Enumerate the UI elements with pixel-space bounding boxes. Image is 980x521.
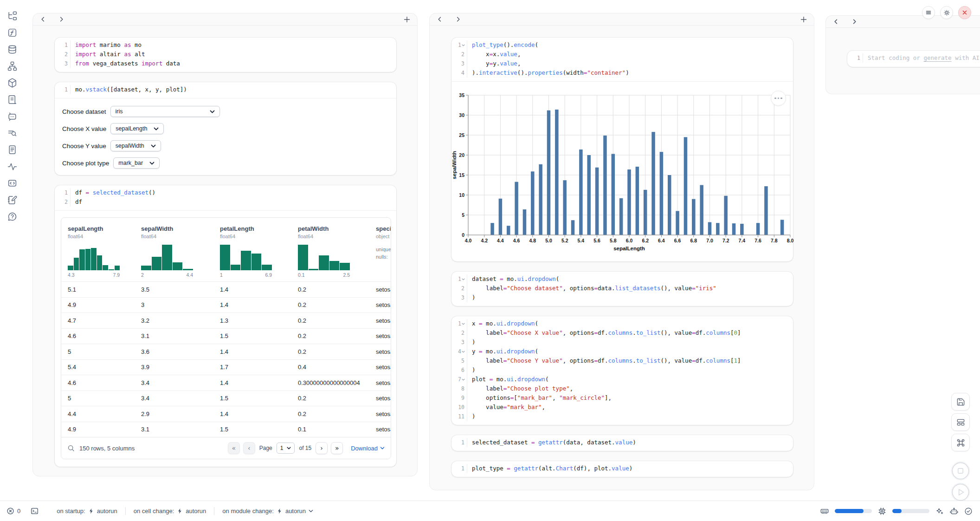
plot-type-cell: 1plot_type = getattr(alt.Chart(df), plot… — [451, 461, 793, 477]
code-editor[interactable]: 1mo.vstack([dataset, x, y, plot]) — [55, 82, 396, 98]
column-header-petalLength[interactable]: petalLengthfloat6416.9 — [213, 218, 291, 281]
choose-dataset-select[interactable]: iris — [110, 106, 220, 117]
download-button[interactable]: Download — [351, 445, 385, 452]
code-editor[interactable]: 1plot_type = getattr(alt.Chart(df), plot… — [451, 461, 793, 477]
first-page-button[interactable]: « — [228, 442, 240, 454]
last-page-button[interactable]: » — [331, 442, 343, 454]
table-cell: 1.4 — [213, 375, 291, 391]
page-select[interactable]: 1 — [277, 443, 295, 454]
code-editor[interactable]: 123import marimo as moimport altair as a… — [55, 38, 396, 72]
generate-link[interactable]: generate — [923, 54, 951, 61]
table-cell: 4.6 — [61, 328, 135, 344]
notebook-icon[interactable] — [7, 195, 17, 205]
choose-x-value-select[interactable]: sepalLength — [110, 123, 164, 134]
svg-text:4.4: 4.4 — [497, 238, 504, 243]
svg-text:7.0: 7.0 — [706, 238, 713, 243]
empty-code-cell[interactable]: 1 Start coding or generate with AI — [847, 51, 980, 67]
notebook-column-2: 1234plot_type().encode( x=x.value, y=y.v… — [429, 13, 814, 490]
table-cell: 0.30000000000000004 — [291, 375, 369, 391]
file-explorer-icon[interactable] — [7, 11, 17, 21]
run-button[interactable] — [951, 483, 970, 501]
ai-sparkles-icon[interactable] — [935, 507, 944, 515]
tracing-icon[interactable] — [7, 162, 17, 171]
runtime-config-0[interactable]: on startup:autorun — [49, 507, 125, 515]
table-cell: setosa — [369, 313, 391, 328]
table-cell: 0.2 — [291, 344, 369, 359]
connection-status-icon[interactable] — [964, 507, 973, 515]
column-histogram — [68, 243, 120, 270]
column-header-petalWidth[interactable]: petalWidthfloat640.12.5 — [291, 218, 369, 281]
code-editor[interactable]: 1234567891011x = mo.ui.dropdown( label="… — [451, 316, 793, 425]
table-cell: 3.5 — [135, 281, 213, 297]
column-header-sepalLength[interactable]: sepalLengthfloat644.37.9 — [61, 218, 135, 281]
add-cell-button[interactable] — [800, 16, 807, 23]
column-histogram — [298, 243, 350, 270]
table-cell: 3.2 — [135, 313, 213, 328]
code-editor[interactable]: 1selected_dataset = getattr(data, datase… — [451, 435, 793, 451]
documentation-icon[interactable] — [7, 145, 17, 155]
layout-button[interactable] — [951, 413, 970, 431]
collapse-left-icon[interactable] — [40, 16, 46, 22]
xy-plot-dropdowns-cell: 1234567891011x = mo.ui.dropdown( label="… — [451, 316, 793, 425]
ai-chat-icon[interactable] — [7, 111, 17, 121]
snippets-icon[interactable] — [7, 178, 17, 188]
svg-text:4.6: 4.6 — [513, 238, 520, 243]
stop-button[interactable] — [951, 462, 970, 480]
code-editor[interactable]: 12df = selected_dataset()df — [55, 185, 396, 210]
menu-button[interactable] — [922, 6, 935, 19]
code-editor[interactable]: 1234plot_type().encode( x=x.value, y=y.v… — [451, 38, 793, 81]
svg-text:6.6: 6.6 — [674, 238, 681, 243]
svg-text:5.2: 5.2 — [561, 238, 568, 243]
memory-icon — [820, 507, 829, 515]
terminal-button[interactable] — [31, 507, 39, 515]
choose-y-value-select[interactable]: sepalWidth — [110, 140, 161, 151]
next-page-button[interactable]: › — [316, 442, 328, 454]
bar-chart[interactable]: 4.04.24.44.64.85.05.25.45.65.86.06.26.46… — [451, 82, 794, 261]
save-button[interactable] — [951, 393, 970, 410]
altair-chart-output: 4.04.24.44.64.85.05.25.45.65.86.06.26.46… — [451, 82, 793, 261]
collapse-left-icon[interactable] — [833, 19, 839, 25]
column-header-species[interactable]: speciesobjectuniquenulls: — [369, 218, 391, 281]
collapse-right-icon[interactable] — [455, 16, 461, 22]
choose-plot-type-select[interactable]: mark_bar — [113, 157, 160, 169]
table-cell: 5.4 — [61, 359, 135, 375]
svg-text:6.0: 6.0 — [626, 238, 633, 243]
svg-text:5.0: 5.0 — [545, 238, 552, 243]
collapse-left-icon[interactable] — [437, 16, 443, 22]
prev-page-button[interactable]: ‹ — [243, 442, 255, 454]
table-cell: 1.4 — [213, 406, 291, 422]
svg-text:25: 25 — [459, 132, 464, 138]
column-header-sepalWidth[interactable]: sepalWidthfloat6424.4 — [135, 218, 213, 281]
search-icon[interactable] — [67, 444, 75, 452]
runtime-config-1[interactable]: on cell change:autorun — [126, 507, 214, 515]
copilot-bot-icon[interactable] — [950, 507, 958, 515]
memory-usage-meter — [835, 509, 872, 513]
svg-text:7.6: 7.6 — [754, 238, 761, 243]
table-cell: 4.4 — [61, 406, 135, 422]
collapse-right-icon[interactable] — [851, 19, 858, 25]
functions-icon[interactable] — [7, 28, 17, 38]
close-button[interactable] — [958, 6, 971, 19]
scratchpad-icon[interactable] — [7, 128, 17, 138]
svg-text:20: 20 — [459, 152, 464, 158]
datasources-icon[interactable] — [7, 45, 17, 54]
collapse-right-icon[interactable] — [58, 16, 64, 22]
plot-cell: 1234plot_type().encode( x=x.value, y=y.v… — [451, 38, 793, 261]
svg-text:15: 15 — [459, 172, 464, 178]
keyboard-shortcuts-button[interactable] — [951, 434, 970, 451]
help-icon[interactable] — [7, 212, 17, 221]
runtime-config-2[interactable]: on module change:autorun — [214, 507, 321, 515]
settings-gear-button[interactable] — [940, 6, 953, 19]
error-indicator[interactable]: 0 — [6, 507, 20, 515]
table-cell: 1.7 — [213, 359, 291, 375]
packages-icon[interactable] — [7, 78, 17, 88]
logs-icon[interactable] — [7, 95, 17, 104]
code-editor[interactable]: 123dataset = mo.ui.dropdown( label="Choo… — [451, 272, 793, 306]
left-icon-rail — [0, 0, 24, 221]
svg-text:5: 5 — [462, 212, 464, 218]
chart-menu-button[interactable] — [771, 91, 786, 106]
dependency-graph-icon[interactable] — [7, 61, 17, 71]
table-cell: setosa — [369, 281, 391, 297]
add-cell-button[interactable] — [404, 16, 410, 23]
column-histogram — [141, 243, 193, 270]
